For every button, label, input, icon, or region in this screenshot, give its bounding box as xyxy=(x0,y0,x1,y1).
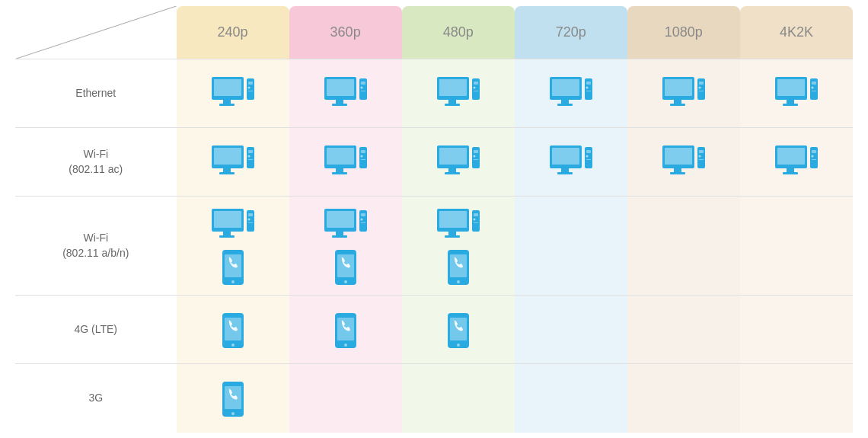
cell-ethernet-480p xyxy=(402,59,515,128)
svg-rect-100 xyxy=(219,235,235,238)
svg-rect-42 xyxy=(777,79,805,96)
computer-icon xyxy=(210,144,256,181)
svg-rect-66 xyxy=(439,148,467,165)
svg-rect-94 xyxy=(812,150,816,153)
computer-icon xyxy=(436,207,481,244)
cell-3g-720p xyxy=(515,364,627,433)
svg-point-135 xyxy=(344,344,347,347)
svg-point-7 xyxy=(247,86,250,88)
cell-wi-fi802.11abn-720p xyxy=(515,197,627,296)
icons-wrap xyxy=(177,380,289,417)
row-4glte: 4G (LTE) xyxy=(15,296,853,364)
svg-rect-6 xyxy=(248,82,253,85)
cell-wi-fi802.11ac-240p xyxy=(177,128,289,197)
svg-point-47 xyxy=(811,86,813,88)
svg-point-95 xyxy=(811,155,813,157)
svg-rect-62 xyxy=(361,150,365,153)
computer-icon xyxy=(210,207,256,244)
svg-rect-115 xyxy=(361,222,365,223)
cell-3g-1080p xyxy=(627,364,740,433)
svg-rect-60 xyxy=(332,172,347,174)
svg-rect-86 xyxy=(699,150,704,153)
phone-icon xyxy=(221,248,245,285)
svg-rect-36 xyxy=(670,104,685,106)
cell-4glte-1080p xyxy=(627,296,740,364)
svg-rect-74 xyxy=(552,148,579,165)
compatibility-table: 240p360p480p720p1080p4K2K Ethernet xyxy=(15,6,853,433)
svg-rect-126 xyxy=(474,222,478,223)
svg-rect-72 xyxy=(474,159,478,160)
svg-rect-50 xyxy=(214,148,241,165)
icons-wrap xyxy=(177,75,289,112)
svg-rect-28 xyxy=(557,104,573,106)
svg-rect-2 xyxy=(214,79,241,96)
svg-rect-96 xyxy=(812,159,816,160)
cell-ethernet-1080p xyxy=(627,59,740,128)
svg-rect-44 xyxy=(783,104,798,106)
icons-wrap xyxy=(289,75,402,112)
svg-point-118 xyxy=(344,280,347,283)
svg-point-79 xyxy=(586,155,588,157)
computer-icon xyxy=(323,207,369,244)
icons-wrap xyxy=(402,144,515,181)
svg-rect-38 xyxy=(699,82,704,85)
icons-wrap xyxy=(515,144,627,181)
svg-point-129 xyxy=(457,280,460,283)
computer-icon xyxy=(323,144,369,181)
row-wi-fi802.11ac: Wi-Fi(802.11 ac) xyxy=(15,128,853,197)
phone-icon xyxy=(221,380,245,417)
svg-rect-109 xyxy=(327,211,354,228)
cell-4glte-480p xyxy=(402,296,515,364)
row-3g: 3G xyxy=(15,364,853,433)
cell-wi-fi802.11ac-1080p xyxy=(627,128,740,197)
cell-ethernet-240p xyxy=(177,59,289,128)
svg-rect-58 xyxy=(327,148,354,165)
cell-wi-fi802.11abn-480p xyxy=(402,197,515,296)
svg-point-55 xyxy=(247,155,250,157)
svg-rect-22 xyxy=(474,82,478,85)
icons-wrap xyxy=(289,207,402,285)
cell-wi-fi802.11ac-480p xyxy=(402,128,515,197)
computer-icon xyxy=(661,75,707,112)
icons-wrap xyxy=(740,75,853,112)
svg-point-132 xyxy=(231,344,235,347)
svg-point-63 xyxy=(360,155,362,157)
phone-icon xyxy=(446,312,471,348)
header-col-720p: 720p xyxy=(515,6,627,59)
svg-rect-52 xyxy=(219,172,235,174)
cell-3g-480p xyxy=(402,364,515,433)
phone-icon xyxy=(333,312,358,348)
cell-ethernet-360p xyxy=(289,59,402,128)
header-col-4k2k: 4K2K xyxy=(740,6,853,59)
svg-point-138 xyxy=(457,344,460,347)
icons-wrap xyxy=(740,144,853,181)
computer-icon xyxy=(436,144,481,181)
cell-wi-fi802.11abn-360p xyxy=(289,197,402,296)
computer-icon xyxy=(548,144,594,181)
icons-wrap xyxy=(627,144,740,181)
svg-rect-70 xyxy=(474,150,478,153)
header-res-240p: 240p xyxy=(218,24,248,40)
svg-rect-16 xyxy=(361,91,365,91)
svg-rect-104 xyxy=(248,222,253,223)
computer-icon xyxy=(774,75,819,112)
svg-point-103 xyxy=(247,218,250,220)
cell-wi-fi802.11ac-720p xyxy=(515,128,627,197)
cell-4glte-720p xyxy=(515,296,627,364)
svg-rect-102 xyxy=(248,213,253,216)
svg-rect-18 xyxy=(439,79,467,96)
cell-wi-fi802.11abn-4k2k xyxy=(740,197,853,296)
header-res-360p: 360p xyxy=(330,24,361,40)
cell-3g-240p xyxy=(177,364,289,433)
computer-icon xyxy=(323,75,369,112)
svg-rect-68 xyxy=(445,172,460,174)
cell-ethernet-720p xyxy=(515,59,627,128)
svg-rect-122 xyxy=(445,235,460,238)
computer-icon xyxy=(436,75,481,112)
icons-wrap xyxy=(402,207,515,285)
icons-wrap xyxy=(402,75,515,112)
cell-wi-fi802.11abn-240p xyxy=(177,197,289,296)
cell-4glte-4k2k xyxy=(740,296,853,364)
svg-rect-4 xyxy=(219,104,235,106)
svg-rect-26 xyxy=(552,79,579,96)
